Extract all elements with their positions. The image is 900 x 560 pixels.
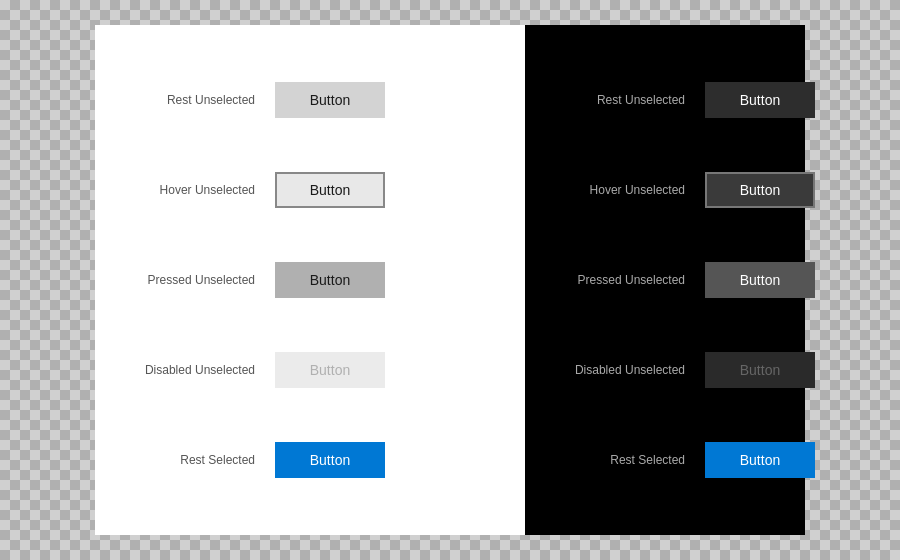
light-label-pressed-unselected: Pressed Unselected <box>115 273 255 287</box>
dark-row-disabled-unselected: Disabled Unselected Button <box>545 325 785 415</box>
dark-btn-disabled-unselected: Button <box>705 352 815 388</box>
dark-btn-rest-unselected[interactable]: Button <box>705 82 815 118</box>
light-btn-rest-unselected[interactable]: Button <box>275 82 385 118</box>
dark-label-rest-selected: Rest Selected <box>545 453 685 467</box>
dark-row-pressed-unselected: Pressed Unselected Button <box>545 235 785 325</box>
light-row-pressed-unselected: Pressed Unselected Button <box>115 235 505 325</box>
dark-btn-pressed-unselected[interactable]: Button <box>705 262 815 298</box>
light-row-hover-unselected: Hover Unselected Button <box>115 145 505 235</box>
dark-btn-hover-unselected[interactable]: Button <box>705 172 815 208</box>
light-row-disabled-unselected: Disabled Unselected Button <box>115 325 505 415</box>
dark-row-hover-unselected: Hover Unselected Button <box>545 145 785 235</box>
light-btn-disabled-unselected: Button <box>275 352 385 388</box>
dark-row-rest-selected: Rest Selected Button <box>545 415 785 505</box>
light-label-rest-selected: Rest Selected <box>115 453 255 467</box>
light-label-hover-unselected: Hover Unselected <box>115 183 255 197</box>
light-btn-rest-selected[interactable]: Button <box>275 442 385 478</box>
dark-row-rest-unselected: Rest Unselected Button <box>545 55 785 145</box>
light-panel: Rest Unselected Button Hover Unselected … <box>95 25 525 535</box>
dark-label-pressed-unselected: Pressed Unselected <box>545 273 685 287</box>
light-btn-hover-unselected[interactable]: Button <box>275 172 385 208</box>
dark-btn-rest-selected[interactable]: Button <box>705 442 815 478</box>
light-btn-pressed-unselected[interactable]: Button <box>275 262 385 298</box>
dark-label-disabled-unselected: Disabled Unselected <box>545 363 685 377</box>
light-row-rest-unselected: Rest Unselected Button <box>115 55 505 145</box>
light-row-rest-selected: Rest Selected Button <box>115 415 505 505</box>
dark-panel: Rest Unselected Button Hover Unselected … <box>525 25 805 535</box>
light-label-rest-unselected: Rest Unselected <box>115 93 255 107</box>
light-label-disabled-unselected: Disabled Unselected <box>115 363 255 377</box>
dark-label-rest-unselected: Rest Unselected <box>545 93 685 107</box>
main-container: Rest Unselected Button Hover Unselected … <box>95 25 805 535</box>
dark-label-hover-unselected: Hover Unselected <box>545 183 685 197</box>
